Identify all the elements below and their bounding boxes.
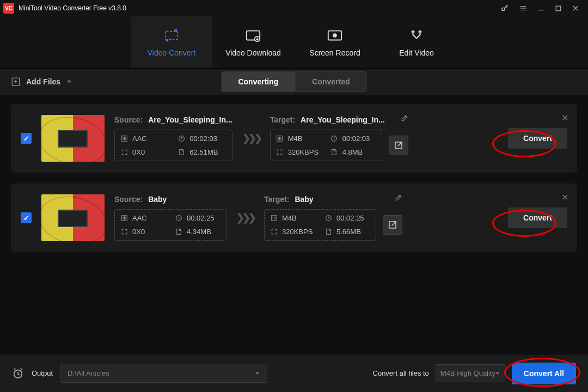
convert-all-button[interactable]: Convert All <box>512 363 576 384</box>
output-path-select[interactable]: D:\All Articles <box>60 364 267 383</box>
edit-icon <box>409 28 424 43</box>
app-title: MiniTool Video Converter Free v3.8.0 <box>19 4 500 12</box>
thumbnail <box>41 115 105 162</box>
add-files-label: Add Files <box>26 77 60 86</box>
tab-label: Video Convert <box>148 48 195 57</box>
checkbox[interactable]: ✓ <box>21 212 32 223</box>
source-label: Source: <box>114 115 143 124</box>
resolution-icon <box>120 149 128 156</box>
source-label: Source: <box>114 195 143 204</box>
svg-point-6 <box>333 34 336 37</box>
toolbar: Add Files Converting Converted <box>0 68 588 95</box>
seg-converted[interactable]: Converted <box>295 71 366 92</box>
seg-converting[interactable]: Converting <box>221 71 295 92</box>
source-meta: AAC 00:02:03 0X0 62.51MB <box>114 130 232 161</box>
arrow-icon: ❯❯❯ <box>236 212 254 224</box>
bitrate-icon <box>270 228 278 236</box>
file-card: ✓ Source: Baby AAC 00:02:25 0X0 4.34MB ❯… <box>11 183 577 252</box>
minimize-icon[interactable] <box>537 4 545 12</box>
format-select[interactable]: M4B High Quality <box>436 364 505 382</box>
add-files-button[interactable]: Add Files <box>11 77 72 87</box>
format-value: M4B High Quality <box>440 369 495 377</box>
target-meta: M4B 00:02:25 320KBPS 5.66MB <box>264 209 376 241</box>
output-label: Output <box>32 369 53 377</box>
edit-target-icon[interactable] <box>395 194 402 201</box>
codec-icon <box>120 215 128 222</box>
thumbnail <box>41 194 105 241</box>
target-column: Target: Baby M4B 00:02:25 320KBPS 5.66MB <box>264 195 402 241</box>
src-size: 62.51MB <box>189 148 218 156</box>
window-controls <box>500 4 585 13</box>
tab-edit-video[interactable]: Edit Video <box>376 16 457 68</box>
disk-icon <box>177 149 185 156</box>
tab-label: Video Download <box>225 48 281 57</box>
resolution-icon <box>120 228 128 236</box>
tgt-duration: 00:02:25 <box>336 214 364 222</box>
convert-all-to-label: Convert all files to <box>373 369 429 377</box>
tgt-bitrate: 320KBPS <box>288 148 318 156</box>
title-bar: VC MiniTool Video Converter Free v3.8.0 <box>0 0 588 16</box>
footer-bar: Output D:\All Articles Convert all files… <box>0 354 588 392</box>
svg-rect-2 <box>166 31 178 39</box>
target-name: Baby <box>295 195 313 204</box>
edit-target-icon[interactable] <box>401 114 408 122</box>
file-card: ✓ Source: Are_You_Sleeping_In... AAC 00:… <box>11 104 577 173</box>
maximize-icon[interactable] <box>555 5 562 12</box>
codec-icon <box>270 215 278 222</box>
target-name: Are_You_Sleeping_In... <box>301 115 385 124</box>
source-column: Source: Are_You_Sleeping_In... AAC 00:02… <box>114 115 232 161</box>
convert-icon <box>163 28 180 43</box>
tgt-duration: 00:02:03 <box>342 134 370 143</box>
download-icon <box>245 28 261 43</box>
target-settings-button[interactable] <box>389 136 408 155</box>
output-path: D:\All Articles <box>68 369 109 377</box>
convert-button[interactable]: Convert <box>508 207 567 228</box>
clock-icon <box>330 135 338 143</box>
src-resolution: 0X0 <box>132 148 145 156</box>
remove-item-icon[interactable]: ✕ <box>561 192 568 203</box>
arrow-icon: ❯❯❯ <box>242 132 260 144</box>
src-codec: AAC <box>132 214 147 222</box>
codec-icon <box>120 135 128 143</box>
record-icon <box>327 28 343 43</box>
disk-icon <box>175 228 182 236</box>
codec-icon <box>276 135 284 143</box>
tgt-size: 4.8MB <box>342 148 363 156</box>
src-duration: 00:02:25 <box>187 214 215 222</box>
target-label: Target: <box>264 195 289 204</box>
close-icon[interactable] <box>572 4 579 12</box>
src-duration: 00:02:03 <box>189 134 217 143</box>
disk-icon <box>330 149 338 156</box>
checkbox[interactable]: ✓ <box>21 133 32 144</box>
tgt-bitrate: 320KBPS <box>282 228 313 236</box>
app-logo: VC <box>3 3 14 14</box>
remove-item-icon[interactable]: ✕ <box>561 113 568 123</box>
clock-icon <box>175 215 182 222</box>
target-settings-button[interactable] <box>383 215 402 235</box>
target-label: Target: <box>270 115 295 124</box>
nav-tabs: Video Convert Video Download Screen Reco… <box>0 16 588 68</box>
target-column: Target: Are_You_Sleeping_In... M4B 00:02… <box>270 115 408 161</box>
convert-button[interactable]: Convert <box>508 128 567 149</box>
source-name: Are_You_Sleeping_In... <box>148 115 232 124</box>
key-icon[interactable] <box>500 4 509 13</box>
chevron-down-icon <box>495 371 500 376</box>
menu-icon[interactable] <box>519 4 528 12</box>
svg-rect-1 <box>556 6 561 11</box>
source-column: Source: Baby AAC 00:02:25 0X0 4.34MB <box>114 195 226 241</box>
tgt-codec: M4B <box>288 134 303 143</box>
tgt-codec: M4B <box>282 214 297 222</box>
chevron-down-icon <box>66 78 72 85</box>
bitrate-icon <box>276 149 284 156</box>
source-meta: AAC 00:02:25 0X0 4.34MB <box>114 209 226 241</box>
alarm-icon[interactable] <box>12 367 24 379</box>
source-name: Baby <box>148 195 167 204</box>
file-list: ✓ Source: Are_You_Sleeping_In... AAC 00:… <box>0 95 588 261</box>
tab-video-convert[interactable]: Video Convert <box>131 16 212 68</box>
segment-control: Converting Converted <box>221 71 366 92</box>
clock-icon <box>177 135 185 143</box>
tab-label: Screen Record <box>309 48 360 57</box>
tab-screen-record[interactable]: Screen Record <box>294 16 376 68</box>
tab-video-download[interactable]: Video Download <box>212 16 294 68</box>
clock-icon <box>324 215 332 222</box>
